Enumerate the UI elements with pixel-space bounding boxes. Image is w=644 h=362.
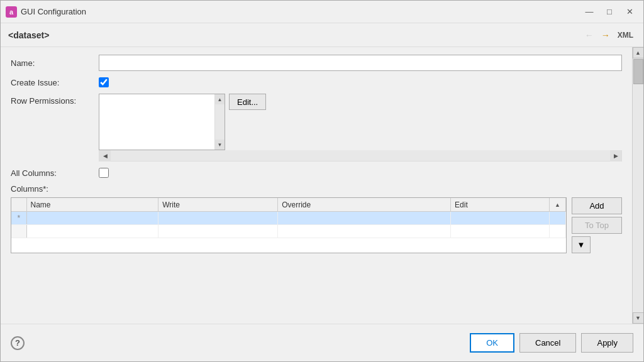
- columns-table: Name Write Override Edit: [11, 198, 566, 238]
- all-columns-row: All Columns:: [11, 168, 622, 178]
- row-override-cell-2: [278, 225, 451, 238]
- create-issue-checkbox[interactable]: [99, 77, 109, 87]
- columns-side-buttons: Add To Top ▼: [572, 197, 622, 253]
- scroll-thumb[interactable]: [633, 59, 643, 84]
- col-header-edit: Edit: [451, 198, 550, 212]
- scroll-down-main-button[interactable]: ▼: [633, 312, 644, 324]
- help-button[interactable]: ?: [11, 336, 25, 350]
- close-button[interactable]: ✕: [621, 5, 638, 19]
- columns-section: Name Write Override Edit: [11, 197, 622, 253]
- apply-button[interactable]: Apply: [581, 333, 633, 353]
- to-top-button[interactable]: To Top: [572, 217, 622, 234]
- cancel-button[interactable]: Cancel: [519, 333, 576, 353]
- row-sort-cell-2: [550, 225, 566, 238]
- nav-back-button[interactable]: ←: [582, 28, 596, 42]
- row-permissions-row: Row Permissions: ▲ ▼ Edit...: [11, 94, 622, 162]
- name-label: Name:: [11, 58, 99, 68]
- permissions-scroll-up[interactable]: ▲: [215, 94, 225, 104]
- main-scrollbar: ▲ ▼: [632, 47, 643, 324]
- create-issue-label: Create Issue:: [11, 78, 99, 87]
- create-issue-row: Create Issue:: [11, 77, 622, 87]
- add-button[interactable]: Add: [572, 197, 622, 214]
- permissions-hscroll: ◀ ▶: [99, 150, 622, 162]
- col-header-write: Write: [158, 198, 278, 212]
- maximize-button[interactable]: □: [601, 5, 618, 19]
- row-name-cell: [26, 212, 158, 225]
- permissions-container: ▲ ▼ Edit... ◀ ▶: [99, 94, 622, 162]
- titlebar: a GUI Configuration — □ ✕: [1, 1, 643, 23]
- all-columns-label: All Columns:: [11, 168, 99, 178]
- row-num-cell: *: [11, 212, 26, 225]
- sort-up-button[interactable]: ▲: [553, 200, 562, 209]
- row-permissions-label: Row Permissions:: [11, 94, 99, 106]
- all-columns-checkbox[interactable]: [99, 168, 109, 178]
- window-controls: — □ ✕: [580, 5, 638, 19]
- main-content: Name: Create Issue: Row Permissions:: [1, 47, 632, 324]
- content-area: Name: Create Issue: Row Permissions:: [1, 47, 643, 324]
- edit-button[interactable]: Edit...: [229, 94, 266, 110]
- row-write-cell-2: [158, 225, 278, 238]
- breadcrumb-actions: ← → XML: [582, 28, 636, 42]
- columns-label: Columns*:: [11, 184, 622, 194]
- app-icon: a: [6, 6, 17, 18]
- col-header-name: Name: [26, 198, 158, 212]
- table-row: [11, 225, 566, 238]
- row-sort-cell: [550, 212, 566, 225]
- columns-table-wrap: Name Write Override Edit: [11, 197, 567, 253]
- row-edit-cell-2: [451, 225, 550, 238]
- row-override-cell: [278, 212, 451, 225]
- all-columns-control: [99, 168, 109, 178]
- window-title: GUI Configuration: [21, 7, 580, 16]
- edit-btn-wrap: Edit...: [229, 94, 266, 110]
- permissions-scroll-down[interactable]: ▼: [215, 140, 225, 150]
- create-issue-control: [99, 77, 109, 87]
- columns-header-row: Name Write Override Edit: [11, 198, 566, 212]
- minimize-button[interactable]: —: [580, 5, 598, 19]
- name-row: Name:: [11, 55, 622, 71]
- xml-button[interactable]: XML: [615, 30, 636, 41]
- permissions-textarea[interactable]: [99, 94, 214, 150]
- scroll-track: [633, 58, 643, 312]
- nav-forward-button[interactable]: →: [599, 28, 613, 42]
- row-num-cell-2: [11, 225, 26, 238]
- table-row: *: [11, 212, 566, 225]
- footer-left: ?: [11, 336, 25, 350]
- breadcrumb-bar: <dataset> ← → XML: [1, 23, 643, 47]
- row-edit-cell: [451, 212, 550, 225]
- col-header-sort: ▲: [550, 198, 566, 212]
- scroll-down-button[interactable]: ▼: [572, 236, 591, 253]
- permissions-scroll-track: [215, 104, 225, 140]
- main-window: a GUI Configuration — □ ✕ <dataset> ← → …: [0, 0, 644, 362]
- permissions-textarea-wrap: ▲ ▼: [99, 94, 225, 150]
- footer: ? OK Cancel Apply: [1, 324, 643, 361]
- ok-button[interactable]: OK: [470, 333, 514, 353]
- col-header-rownum: [11, 198, 26, 212]
- footer-right: OK Cancel Apply: [470, 333, 633, 353]
- hscroll-right-button[interactable]: ▶: [610, 150, 621, 162]
- name-input[interactable]: [99, 55, 622, 71]
- permissions-scrollbar: ▲ ▼: [214, 94, 225, 150]
- col-header-override: Override: [278, 198, 451, 212]
- name-control: [99, 55, 622, 71]
- breadcrumb: <dataset>: [8, 30, 49, 40]
- scroll-up-button[interactable]: ▲: [633, 47, 644, 58]
- row-name-cell-2: [26, 225, 158, 238]
- hscroll-left-button[interactable]: ◀: [99, 150, 111, 162]
- row-write-cell: [158, 212, 278, 225]
